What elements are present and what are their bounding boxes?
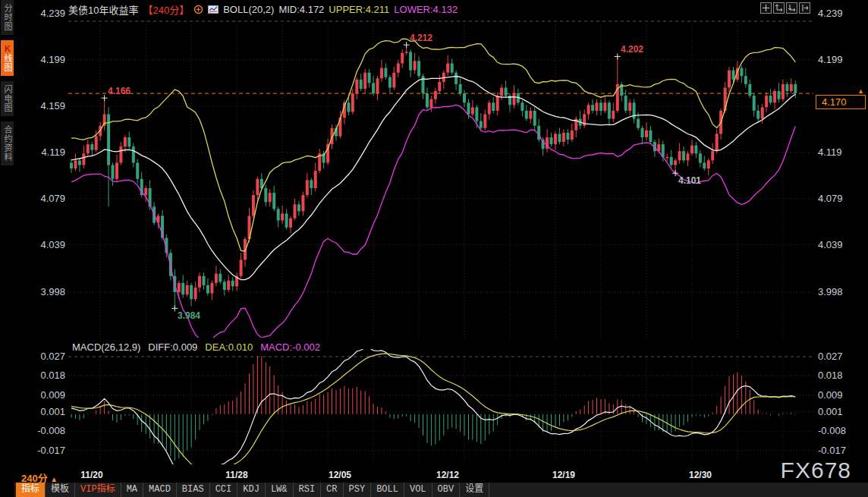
macd-dea-value: DEA:0.010	[205, 341, 253, 353]
chart-header: 美债10年收益率 【240分】 BOLL(20,2) MID:4.172 UPP…	[68, 3, 458, 15]
zoom-minus-icon[interactable]	[193, 5, 203, 14]
toolbar-button-MACD[interactable]: MACD	[143, 483, 177, 497]
toolbar-button-OBV[interactable]: OBV	[432, 483, 461, 497]
macd-label: MACD(26,12,9)	[72, 341, 140, 353]
instrument-title: 美债10年收益率	[68, 2, 138, 17]
toolbar-button-MA[interactable]: MA	[121, 483, 143, 497]
toolbar-button-KDJ[interactable]: KDJ	[237, 483, 266, 497]
toolbar-button-模板[interactable]: 模板	[46, 483, 75, 497]
toolbar-button-RSI[interactable]: RSI	[294, 483, 322, 497]
chart-style-icon[interactable]	[208, 5, 219, 14]
toolbar-button-CR[interactable]: CR	[321, 483, 343, 497]
boll-mid-value: MID:4.172	[278, 4, 324, 15]
boll-lower-value: LOWER:4.132	[394, 4, 458, 15]
price-chart[interactable]	[0, 0, 868, 497]
goto-last-icon[interactable]	[799, 2, 810, 14]
toolbar-button-BOLL[interactable]: BOLL	[371, 483, 404, 497]
chart-window: 分时图K线图闪电图合约资料 4.2394.2394.1994.1994.1594…	[0, 0, 868, 497]
interval-label: 【240分】	[143, 2, 189, 17]
toolbar-button-LW&[interactable]: LW&	[266, 483, 294, 497]
axis-range-icon[interactable]	[773, 2, 785, 14]
toolbar-button-VOL[interactable]: VOL	[404, 483, 432, 497]
toolbar-button-BIAS[interactable]: BIAS	[177, 483, 210, 497]
toolbar-button-设置[interactable]: 设置	[460, 483, 489, 497]
bottom-toolbar: 指标模板VIP指标MAMACDBIASCCIKDJLW&RSICRPSYBOLL…	[14, 483, 868, 497]
toolbar-button-PSY[interactable]: PSY	[344, 483, 372, 497]
axis-compress-icon[interactable]	[786, 2, 797, 14]
watermark: FX678	[781, 458, 851, 483]
boll-label: BOLL(20,2)	[223, 4, 274, 15]
macd-diff-value: DIFF:0.009	[148, 341, 197, 353]
boll-upper-value: UPPER:4.211	[329, 4, 389, 15]
crosshair-icon[interactable]	[760, 2, 772, 14]
chart-toolbar-icons	[760, 2, 810, 14]
macd-header: MACD(26,12,9) DIFF:0.009 DEA:0.010 MACD:…	[72, 341, 320, 353]
macd-macd-value: MACD:-0.002	[260, 341, 320, 353]
toolbar-button-VIP指标[interactable]: VIP指标	[75, 483, 121, 497]
toolbar-button-CCI[interactable]: CCI	[210, 483, 238, 497]
toolbar-button-指标[interactable]: 指标	[16, 483, 46, 497]
